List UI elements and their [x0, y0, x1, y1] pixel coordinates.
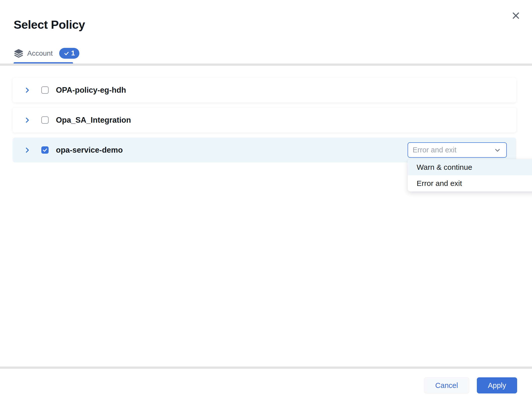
select-value: Error and exit	[413, 146, 456, 154]
chevron-right-icon[interactable]	[24, 87, 31, 94]
page-title: Select Policy	[14, 18, 85, 31]
tabbar-divider	[0, 63, 532, 66]
policy-row[interactable]: Opa_SA_Integration	[13, 108, 516, 132]
selected-count-badge: 1	[59, 48, 79, 59]
layers-icon	[14, 48, 24, 58]
close-button[interactable]	[510, 10, 521, 21]
failure-strategy-select[interactable]: Error and exit	[408, 142, 507, 158]
tab-label: Account	[27, 49, 53, 57]
check-icon	[42, 147, 48, 153]
close-icon	[511, 11, 520, 20]
chevron-right-icon[interactable]	[24, 117, 31, 124]
policy-row-selected[interactable]: opa-service-demo Error and exit Warn & c…	[13, 138, 516, 162]
badge-count: 1	[71, 49, 75, 57]
chevron-down-icon	[494, 146, 501, 154]
tab-account[interactable]: Account 1	[14, 48, 79, 59]
menu-option-error-exit[interactable]: Error and exit	[408, 175, 532, 191]
policy-checkbox-checked[interactable]	[41, 146, 49, 154]
policy-list: OPA-policy-eg-hdh Opa_SA_Integration	[13, 78, 516, 168]
apply-button[interactable]: Apply	[477, 377, 517, 393]
policy-checkbox[interactable]	[41, 116, 49, 124]
failure-strategy-menu: Warn & continue Error and exit	[408, 159, 532, 191]
cancel-button[interactable]: Cancel	[424, 377, 469, 393]
chevron-right-icon[interactable]	[24, 147, 31, 154]
tab-bar: Account 1	[14, 48, 79, 59]
select-policy-dialog: Select Policy Account 1	[0, 0, 532, 398]
footer-divider	[0, 367, 532, 369]
policy-name: OPA-policy-eg-hdh	[56, 86, 126, 95]
check-icon	[64, 51, 69, 56]
policy-name: Opa_SA_Integration	[56, 116, 131, 125]
policy-checkbox[interactable]	[41, 86, 49, 94]
policy-name: opa-service-demo	[56, 146, 123, 155]
menu-option-warn-continue[interactable]: Warn & continue	[408, 159, 532, 175]
policy-row[interactable]: OPA-policy-eg-hdh	[13, 78, 516, 103]
